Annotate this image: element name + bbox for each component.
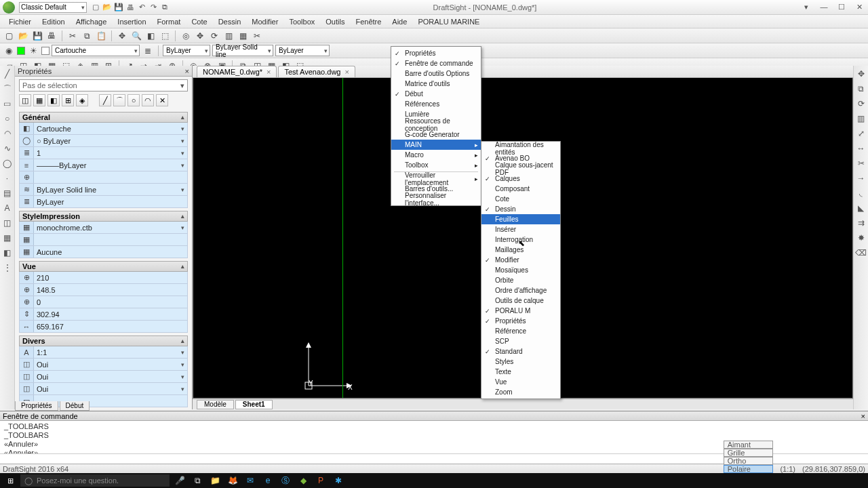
- prop-value[interactable]: monochrome.ctb: [33, 222, 187, 233]
- spline-icon[interactable]: ∿: [2, 143, 13, 154]
- prop-value[interactable]: [33, 171, 187, 183]
- property-row[interactable]: ↔659.167: [19, 321, 188, 333]
- menu-fenêtre[interactable]: Fenêtre: [351, 16, 386, 27]
- submenu-item[interactable]: Dessin: [481, 204, 560, 214]
- property-row[interactable]: ◫Oui: [19, 371, 188, 383]
- property-row[interactable]: ⊕210: [19, 272, 188, 284]
- layer-color-icon[interactable]: [41, 47, 50, 55]
- pp-icon[interactable]: ◫: [19, 94, 31, 106]
- submenu-item[interactable]: Standard: [481, 346, 560, 357]
- print-icon[interactable]: 🖶: [125, 3, 135, 12]
- bottom-tab[interactable]: Propriétés: [15, 401, 58, 411]
- taskview-icon[interactable]: ⧉: [190, 474, 205, 487]
- extend-icon[interactable]: →: [856, 173, 867, 184]
- layer-freeze-icon[interactable]: ☀: [27, 45, 39, 57]
- menu-item[interactable]: Fenêtre de commande: [391, 58, 481, 68]
- prop-value[interactable]: Cartouche: [33, 123, 187, 134]
- undo-icon[interactable]: ↶: [137, 3, 146, 12]
- outlook-icon[interactable]: ✉: [243, 474, 258, 487]
- prop-value[interactable]: 1: [33, 147, 187, 159]
- draftsight-task-icon[interactable]: ◆: [296, 474, 311, 487]
- cortana-search[interactable]: ◯ Posez-moi une question.: [20, 474, 170, 487]
- submenu-item[interactable]: Calque sous-jacent PDF: [481, 163, 560, 174]
- prop-value[interactable]: Aucune: [33, 246, 187, 258]
- submenu-item[interactable]: Mosaïques: [481, 265, 560, 275]
- rotate-icon[interactable]: ⟳: [856, 98, 867, 109]
- chamfer-icon[interactable]: ◣: [856, 203, 867, 214]
- property-row[interactable]: ≋ByLayer Solid line: [19, 184, 188, 196]
- edge-icon[interactable]: e: [260, 474, 275, 487]
- menu-item[interactable]: Propriétés: [391, 48, 481, 58]
- menu-item[interactable]: Ressources de conception: [391, 119, 481, 129]
- property-row[interactable]: ▦: [19, 234, 188, 246]
- move-icon[interactable]: ✥: [856, 68, 867, 79]
- zoom-extents-icon[interactable]: ⬚: [159, 30, 171, 42]
- property-row[interactable]: ≣ByLayer: [19, 196, 188, 208]
- ellipse-icon[interactable]: ◯: [2, 158, 13, 169]
- submenu-item[interactable]: Ordre d'affichage: [481, 285, 560, 296]
- submenu-item[interactable]: Styles: [481, 357, 560, 367]
- line-icon[interactable]: ╱: [2, 68, 13, 79]
- submenu-item[interactable]: Composant: [481, 184, 560, 194]
- prop-value[interactable]: Oui: [33, 371, 187, 382]
- tab-close-icon[interactable]: ×: [267, 68, 271, 76]
- menu-item[interactable]: Références: [391, 99, 481, 109]
- hatch-icon[interactable]: ▤: [2, 188, 13, 199]
- menu-affichage[interactable]: Affichage: [71, 16, 112, 27]
- property-row[interactable]: A1:1: [19, 346, 188, 359]
- erase-icon[interactable]: ⌫: [856, 247, 867, 258]
- property-row[interactable]: ▦monochrome.ctb: [19, 222, 188, 234]
- sheet-tab[interactable]: Sheet1: [235, 400, 273, 409]
- layer-state-icon[interactable]: ◉: [3, 45, 15, 57]
- skype-icon[interactable]: Ⓢ: [278, 474, 293, 487]
- layer-name-combo[interactable]: Cartouche: [52, 45, 140, 56]
- point-icon[interactable]: ·: [2, 173, 13, 184]
- explorer-icon[interactable]: 📁: [208, 474, 222, 487]
- sheet-tab[interactable]: Modèle: [197, 400, 234, 409]
- pp-icon[interactable]: ▦: [33, 94, 45, 106]
- mirror-icon[interactable]: ▥: [222, 30, 235, 42]
- cut-icon[interactable]: ✂: [66, 30, 79, 42]
- prop-value[interactable]: Oui: [33, 359, 187, 370]
- property-row[interactable]: ◫Oui: [19, 383, 188, 395]
- command-panel-close-icon[interactable]: ×: [861, 412, 865, 420]
- open-icon[interactable]: 📂: [102, 3, 112, 12]
- zoom-icon[interactable]: 🔍: [130, 30, 142, 42]
- menu-item[interactable]: Verrouiller l'emplacement: [391, 174, 481, 184]
- menu-item[interactable]: Macro: [391, 150, 481, 160]
- property-row[interactable]: ⇕302.94: [19, 308, 188, 321]
- submenu-item[interactable]: Zoom: [481, 387, 560, 397]
- status-toggle-ortho[interactable]: Ortho: [724, 457, 774, 465]
- mic-icon[interactable]: 🎤: [172, 474, 187, 487]
- copy-icon[interactable]: ⧉: [81, 30, 93, 42]
- prop-value[interactable]: Oui: [33, 383, 187, 394]
- save-icon[interactable]: 💾: [114, 3, 123, 12]
- prop-value[interactable]: 148.5: [33, 284, 187, 296]
- explode-icon[interactable]: ✸: [856, 232, 867, 243]
- status-toggle-grille[interactable]: Grille: [724, 449, 774, 457]
- menu-item[interactable]: MAIN: [391, 140, 481, 150]
- new-file-icon[interactable]: ▢: [3, 30, 15, 42]
- menu-item[interactable]: Personnaliser l'interface...: [391, 194, 481, 204]
- print-file-icon[interactable]: 🖶: [45, 30, 58, 42]
- linetype-combo[interactable]: ByLayer Solid line: [212, 45, 273, 56]
- trim-icon[interactable]: ✂: [856, 158, 867, 169]
- array-icon[interactable]: ▦: [237, 30, 249, 42]
- panel-close-icon[interactable]: ×: [185, 67, 189, 75]
- prop-value[interactable]: ByLayer: [33, 196, 187, 207]
- lineweight-combo[interactable]: ByLayer: [275, 45, 330, 56]
- layer-visible-icon[interactable]: [17, 47, 25, 55]
- submenu-item[interactable]: Cote: [481, 194, 560, 204]
- submenu-item[interactable]: Maillages: [481, 245, 560, 255]
- pp-icon[interactable]: ◠: [142, 94, 154, 106]
- property-row[interactable]: ⊕: [19, 171, 188, 184]
- prop-value[interactable]: 302.94: [33, 308, 187, 320]
- doc-tab[interactable]: NONAME_0.dwg*×: [197, 66, 277, 77]
- more-icon[interactable]: ⋮: [2, 262, 13, 273]
- submenu-item[interactable]: Aimantation des entités: [481, 143, 560, 153]
- submenu-item[interactable]: Texte: [481, 367, 560, 377]
- tab-close-icon[interactable]: ×: [344, 68, 349, 76]
- pp-icon[interactable]: ◈: [76, 94, 88, 106]
- submenu-item[interactable]: Propriétés: [481, 316, 560, 326]
- pan-icon[interactable]: ✥: [116, 30, 128, 42]
